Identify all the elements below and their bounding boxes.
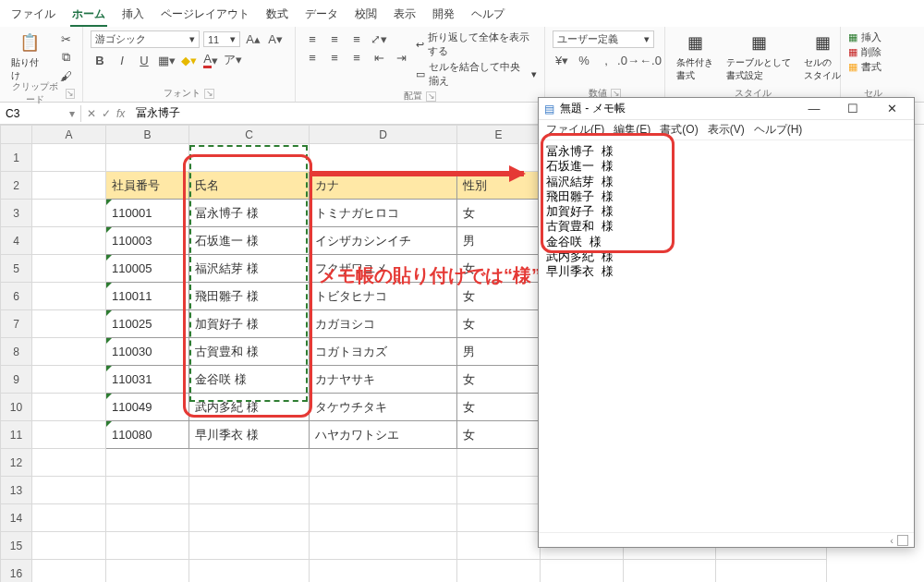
dialog-launcher-icon[interactable]: ↘ [204,89,214,99]
cell[interactable] [32,310,106,338]
dialog-launcher-icon[interactable]: ↘ [426,91,436,102]
column-header[interactable]: C [189,126,310,144]
cell[interactable]: 社員番号 [106,172,189,200]
cell[interactable]: トビタヒナコ [310,283,457,310]
row-header[interactable]: 16 [1,560,32,583]
cell[interactable]: 金谷咲 様 [189,366,310,394]
cell[interactable]: 110005 [106,255,189,283]
row-header[interactable]: 6 [1,283,32,310]
bold-button[interactable]: B [91,52,109,68]
ribbon-tab[interactable]: データ [303,4,340,27]
ribbon-tab[interactable]: 表示 [392,4,418,27]
currency-icon[interactable]: ¥▾ [553,52,571,68]
row-header[interactable]: 8 [1,338,32,366]
cell[interactable] [32,449,106,477]
cell[interactable]: トミナガヒロコ [310,200,457,227]
cell[interactable]: 武内多紀 様 [189,394,310,421]
cell[interactable]: 女 [457,394,541,421]
phonetic-icon[interactable]: ア▾ [224,52,242,68]
cell[interactable]: 加賀好子 様 [189,310,310,338]
select-all-corner[interactable] [1,126,32,144]
merge-center-button[interactable]: ▭セルを結合して中央揃え▾ [416,60,537,88]
cell[interactable] [310,144,457,172]
cell[interactable]: 110003 [106,227,189,255]
cell[interactable] [457,449,541,477]
cell[interactable]: ハヤカワトシエ [310,421,457,449]
row-header[interactable]: 7 [1,310,32,338]
cell[interactable]: 女 [457,366,541,394]
cell[interactable] [32,227,106,255]
cell[interactable] [106,532,189,560]
number-format-combo[interactable]: ユーザー定義▾ [553,30,654,48]
cancel-formula-icon[interactable]: ✕ [87,107,96,120]
cell[interactable] [310,560,457,583]
underline-button[interactable]: U [135,52,153,68]
cell[interactable]: コガトヨカズ [310,338,457,366]
italic-button[interactable]: I [113,52,131,68]
align-center-icon[interactable]: ≡ [325,49,344,66]
maximize-button[interactable]: ☐ [836,100,869,117]
cell[interactable]: 福沢結芽 様 [189,255,310,283]
cell[interactable] [457,504,541,532]
cell[interactable]: 女 [457,255,541,283]
cell[interactable]: 110011 [106,283,189,310]
cell[interactable] [32,255,106,283]
cell[interactable]: 男 [457,338,541,366]
align-mid-icon[interactable]: ≡ [325,30,344,47]
row-header[interactable]: 15 [1,532,32,560]
cell[interactable]: 男 [457,227,541,255]
cell[interactable]: カナ [310,172,457,200]
row-header[interactable]: 14 [1,504,32,532]
cell[interactable]: 110031 [106,366,189,394]
column-header[interactable]: A [32,126,106,144]
cell-style-button[interactable]: ▦セルの スタイル [800,30,845,82]
cell[interactable] [32,504,106,532]
paste-button[interactable]: 📋 貼り付け [7,30,51,82]
row-header[interactable]: 1 [1,144,32,172]
column-header[interactable]: B [106,126,189,144]
increase-font-icon[interactable]: A▴ [244,31,262,48]
notepad-titlebar[interactable]: ▤ 無題 - メモ帳 — ☐ ✕ [539,98,914,120]
decrease-font-icon[interactable]: A▾ [266,31,285,48]
cell[interactable]: 110001 [106,200,189,227]
cell[interactable] [716,560,827,583]
cell[interactable] [189,449,310,477]
cell[interactable] [32,560,106,583]
cell[interactable] [106,144,189,172]
row-header[interactable]: 10 [1,394,32,421]
row-header[interactable]: 11 [1,421,32,449]
cell[interactable] [32,532,106,560]
cell[interactable]: 110080 [106,421,189,449]
row-header[interactable]: 5 [1,255,32,283]
cell[interactable] [189,477,310,504]
insert-cells-button[interactable]: ▦挿入 [848,30,881,44]
fx-icon[interactable]: fx [116,107,125,120]
name-box[interactable]: C3▾ [0,105,81,122]
cell[interactable] [624,560,716,583]
dec-decimal-icon[interactable]: ←.0 [641,52,660,68]
cell[interactable] [106,449,189,477]
cell[interactable] [32,144,106,172]
ribbon-tab[interactable]: ファイル [9,4,57,27]
fill-color-icon[interactable]: ◆▾ [179,52,198,68]
align-left-icon[interactable]: ≡ [303,49,322,66]
table-format-button[interactable]: ▦テーブルとして 書式設定 [723,30,795,82]
row-header[interactable]: 4 [1,227,32,255]
align-bot-icon[interactable]: ≡ [347,30,366,47]
cell[interactable] [106,560,189,583]
cell[interactable] [457,144,541,172]
column-header[interactable]: E [457,126,541,144]
orientation-icon[interactable]: ⤢▾ [370,30,388,47]
cell[interactable] [32,477,106,504]
ribbon-tab[interactable]: ヘルプ [469,4,506,27]
enter-formula-icon[interactable]: ✓ [102,107,111,120]
cell[interactable] [189,504,310,532]
column-header[interactable]: D [310,126,457,144]
cell[interactable] [310,504,457,532]
cell[interactable]: 性別 [457,172,541,200]
align-top-icon[interactable]: ≡ [303,30,322,47]
cell[interactable]: カナヤサキ [310,366,457,394]
row-header[interactable]: 9 [1,366,32,394]
copy-icon[interactable]: ⧉ [56,49,75,66]
cell[interactable]: 女 [457,283,541,310]
